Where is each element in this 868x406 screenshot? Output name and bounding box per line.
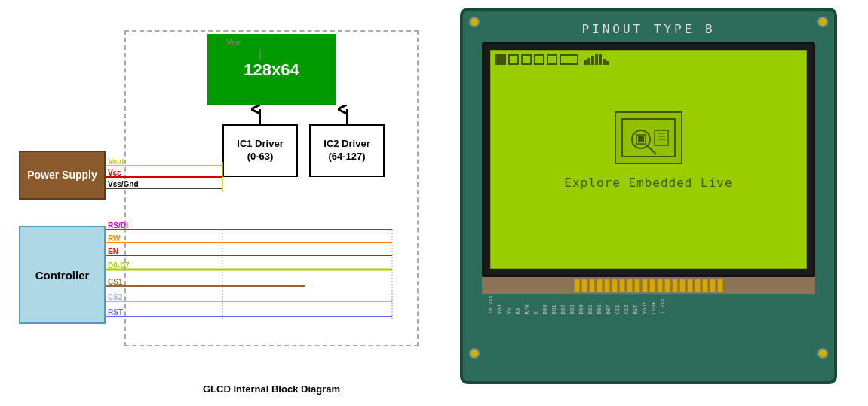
explore-text: Explore Embedded Live xyxy=(564,176,732,190)
ic2-driver-label: IC2 Driver(64-127) xyxy=(324,138,370,163)
corner-screw-tl xyxy=(469,17,480,27)
power-supply-box: Power Supply xyxy=(19,151,106,200)
pin-14 xyxy=(619,279,625,292)
chip-svg xyxy=(618,115,679,160)
svg-rect-37 xyxy=(638,136,644,142)
lcd-display-label: 128x64 xyxy=(244,60,299,80)
power-supply-label: Power Supply xyxy=(27,168,97,182)
pin-2 xyxy=(710,279,716,292)
pin-label-15: E xyxy=(533,295,541,314)
svg-text:CS1: CS1 xyxy=(108,278,123,286)
corner-screw-br xyxy=(817,348,828,359)
pin-11 xyxy=(642,279,648,292)
pin-label-9: DB5 xyxy=(587,295,595,314)
pin-4 xyxy=(695,279,701,292)
diagram-title: GLCD Internal Block Diagram xyxy=(124,383,419,395)
lcd-green-screen: Explore Embedded Live xyxy=(490,50,807,269)
chip-search-icon xyxy=(615,111,682,164)
pin-labels: 20 Vss Vdd Vo RS R/W E DB0 DB1 DB2 DB3 D… xyxy=(488,295,809,314)
pin-20 xyxy=(574,279,580,292)
pin-15 xyxy=(612,279,618,292)
icon5 xyxy=(560,54,578,65)
pin-label-3: Vout xyxy=(642,295,649,314)
lcd-display-box: 128x64 xyxy=(207,34,336,105)
signal-bars xyxy=(584,54,609,65)
lcd-pinout-photo: PINOUT TYPE B xyxy=(460,8,837,384)
pin-label-6: CS1 xyxy=(615,295,622,314)
pin-9 xyxy=(657,279,663,292)
pinout-title: PINOUT TYPE B xyxy=(474,22,823,36)
pin-7 xyxy=(672,279,678,292)
corner-screw-tr xyxy=(817,17,828,27)
controller-label: Controller xyxy=(35,269,90,282)
pin-label-5: CS2 xyxy=(624,295,631,314)
pin-label-8: DB6 xyxy=(597,295,604,314)
pin-17 xyxy=(597,279,603,292)
svg-text:Vcc: Vcc xyxy=(108,169,121,177)
controller-box: Controller xyxy=(19,226,106,324)
pin-label-13: DB1 xyxy=(551,295,559,314)
pin-8 xyxy=(664,279,670,292)
lcd-screen-area: Explore Embedded Live xyxy=(482,42,815,277)
icon4 xyxy=(547,54,557,65)
pin-6 xyxy=(679,279,686,292)
pin-label-11: DB3 xyxy=(569,295,577,314)
icon1 xyxy=(508,54,519,65)
svg-rect-33 xyxy=(622,119,675,157)
svg-line-35 xyxy=(648,146,656,154)
lcd-bottom-pins xyxy=(482,277,815,294)
pin-1 xyxy=(717,279,723,292)
pin-13 xyxy=(627,279,633,292)
svg-text:Vout: Vout xyxy=(108,157,124,166)
pin-label-2: LED+ xyxy=(651,295,658,314)
pin-19 xyxy=(581,279,587,292)
pin-label-16: R/W xyxy=(524,295,532,314)
icon3 xyxy=(534,54,544,65)
pin-10 xyxy=(649,279,655,292)
ic1-driver-box: IC1 Driver(0-63) xyxy=(222,124,298,177)
pin-label-10: DB4 xyxy=(578,295,586,314)
pin-label-14: DB0 xyxy=(542,295,550,314)
svg-text:RST: RST xyxy=(108,308,123,316)
pin-label-4: RST xyxy=(633,295,640,314)
checkbox-icon xyxy=(495,54,506,65)
pin-label-17: RS xyxy=(515,295,523,314)
pin-label-12: DB2 xyxy=(560,295,568,314)
svg-text:RW: RW xyxy=(108,234,121,243)
svg-text:EN: EN xyxy=(108,247,118,255)
ic1-driver-label: IC1 Driver(0-63) xyxy=(237,138,283,163)
pin-label-7: DB7 xyxy=(606,295,613,314)
lcd-status-bar xyxy=(491,51,806,68)
pin-3 xyxy=(702,279,708,292)
pin-label-20: 20 Vss xyxy=(488,295,495,314)
pin-12 xyxy=(634,279,640,292)
lcd-center-content: Explore Embedded Live xyxy=(491,68,806,234)
pin-18 xyxy=(589,279,595,292)
pin-16 xyxy=(604,279,610,292)
ic2-driver-box: IC2 Driver(64-127) xyxy=(309,124,385,177)
svg-text:CS2: CS2 xyxy=(108,293,123,301)
svg-rect-38 xyxy=(655,130,668,145)
pin-label-1: 1 Vss xyxy=(660,295,667,314)
pin-label-18: Vo xyxy=(506,295,514,314)
icon2 xyxy=(521,54,532,65)
block-diagram: 128x64 Power Supply Controller IC1 Drive… xyxy=(8,8,445,398)
pin-label-19: Vdd xyxy=(497,295,505,314)
corner-screw-bl xyxy=(469,348,480,359)
pin-5 xyxy=(687,279,693,292)
